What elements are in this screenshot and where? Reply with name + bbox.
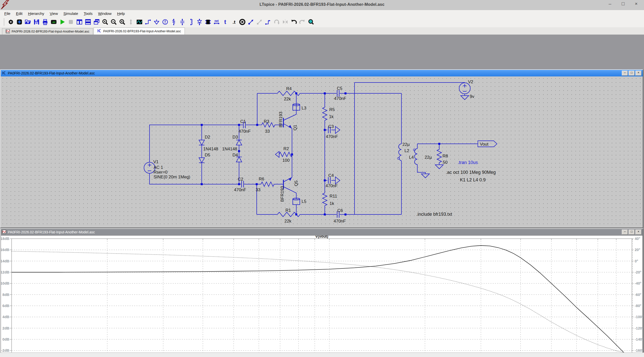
toolbar-zoom-full-extents-button[interactable] [118,18,126,26]
maximize-button[interactable]: □ [620,1,626,7]
junction-dot [344,92,346,94]
wire [355,83,465,83]
toolbar-ground-button[interactable] [153,18,160,26]
junction-dot [201,183,203,185]
schematic-label: .tran 10us [458,160,478,165]
waveform-plot-area[interactable]: 18dB40°16dB20°14dB0°12dB-20°10dB-40°8dB-… [1,235,643,357]
schematic-label: SINE(0 20m 1Meg) [154,175,190,179]
schematic-close-button[interactable]: × [635,71,641,76]
curve-magnitude [12,245,635,357]
diode-symbol[interactable] [199,140,204,145]
q1-emitter-arrow [288,125,292,128]
schematic-label: .ac oct 100 1Meg 90Meg [446,170,496,175]
toolbar-spice-directive-button[interactable]: .t [230,18,238,26]
schematic-window-titlebar[interactable]: PA0FRI-2026.02-BFR193-Flat-Input-Another… [1,70,643,76]
toolbar-view-waveform-button[interactable] [135,18,143,26]
toolbar-new-schematic-button[interactable] [15,18,23,26]
toolbar-search-button[interactable] [307,18,315,26]
toolbar-open-button[interactable] [24,18,32,26]
toolbar-cascade-windows-button[interactable] [93,18,100,26]
y-left-label: 8dB [3,293,9,297]
svg-text:t: t [224,19,226,25]
capacitor-symbol[interactable] [328,177,330,184]
menu-item-file[interactable]: File [2,11,13,16]
toolbar-capacitor-button[interactable] [178,18,186,26]
toolbar-text-button[interactable]: t [221,18,229,26]
schematic-label: L3 [302,106,306,111]
waveform-minimize-button[interactable]: – [622,230,628,235]
waveform-icon [2,230,6,235]
waveform-maximize-button[interactable]: □ [629,230,635,235]
tab-2-schematic[interactable]: PA0FRI-2026.02-BFR193-Flat-Input-Another… [94,28,185,35]
tab-1-waveform[interactable]: PA0FRI-2026.02-BFR193-Flat-Input-Another… [2,28,93,35]
y-right-label: 20° [635,248,640,252]
waveform-close-button[interactable]: × [635,230,641,235]
capacitor-symbol[interactable] [337,90,339,97]
schematic-label: R3 [264,119,269,124]
toolbar-voltage-source-button[interactable] [161,18,169,26]
schematic-label: BFR193 [280,186,285,202]
toolbar-print-button[interactable] [41,18,49,26]
schematic-label: L5 [302,199,306,204]
schematic-label: R2 [283,146,289,151]
toolbar-control-panel-button[interactable] [7,18,15,26]
diode-symbol[interactable] [236,140,242,145]
y-right-label: 40° [635,237,640,241]
wire [463,84,466,91]
svg-text:net: net [214,19,219,22]
toolbar-undo-button[interactable] [290,18,298,26]
schematic-label: 33 [265,129,270,134]
toolbar-tile-vertically-button[interactable] [75,18,83,26]
toolbar-diode-button[interactable] [195,18,203,26]
toolbar-net-label-button[interactable]: net [213,18,220,26]
toolbar-inductor-button[interactable] [187,18,195,26]
wire [283,187,296,199]
schematic-minimize-button[interactable]: – [622,71,628,76]
waveform-window-titlebar[interactable]: PA0FRI-2026.02-BFR193-Flat-Input-Another… [1,229,643,235]
schematic-icon [97,29,101,34]
schematic-label: 9v [470,94,474,99]
schematic-label: 470nF [334,96,346,101]
menu-item-edit[interactable]: Edit [13,11,25,16]
menu-item-window[interactable]: Window [95,11,114,16]
schematic-canvas[interactable]: V1AC 1Rser=0SINE(0 20m 1Meg)D21N4148D51N… [1,76,643,228]
toolbar-simulation-settings-button[interactable]: .ac [50,18,57,26]
capacitor-symbol[interactable] [242,181,244,187]
diode-symbol[interactable] [199,158,204,163]
close-button[interactable]: × [633,1,639,7]
menu-item-simulate[interactable]: Simulate [61,11,81,16]
toolbar-wire-button[interactable] [144,18,152,26]
junction-dot [238,124,240,126]
menu-item-hierarchy[interactable]: Hierarchy [25,11,47,16]
menu-item-help[interactable]: Help [114,11,128,16]
diode-symbol[interactable] [236,157,242,162]
toolbar-resistor-button[interactable] [170,18,178,26]
curve-phase [12,251,635,355]
schematic-label: BFR193 [278,112,283,127]
toolbar-run-button[interactable] [58,18,66,26]
toolbar-zoom-in-button[interactable] [101,18,109,26]
toolbar-save-button[interactable] [33,18,40,26]
schematic-maximize-button[interactable]: □ [629,71,635,76]
ferrite-bead-symbol[interactable] [293,198,300,205]
y-right-label: -160° [635,348,643,352]
app-titlebar: LTspice - PA0FRI-2026.02-BFR193-Flat-Inp… [0,0,644,10]
ground-symbol [421,174,429,178]
schematic-label: D5 [205,153,210,157]
schematic-label: Q5 [294,180,299,186]
toolbar-component-button[interactable] [204,18,212,26]
toolbar-drag-button[interactable] [264,18,272,26]
toolbar-halt-button [67,18,75,26]
toolbar-delete-button[interactable] [238,18,246,26]
schematic-label: 470nF [326,183,338,188]
y-left-label: 18dB [1,237,9,241]
menu-item-tools[interactable]: Tools [81,11,95,16]
minimize-button[interactable]: – [607,1,613,7]
waveform-window: PA0FRI-2026.02-BFR193-Flat-Input-Another… [0,228,643,357]
toolbar-duplicate-button[interactable] [247,18,255,26]
menu-item-view[interactable]: View [47,11,61,16]
toolbar-tile-horizontally-button[interactable] [84,18,92,26]
ground-symbol-right [335,177,340,184]
toolbar-zoom-out-button[interactable] [110,18,118,26]
y-left-label: -2dB [1,348,9,352]
